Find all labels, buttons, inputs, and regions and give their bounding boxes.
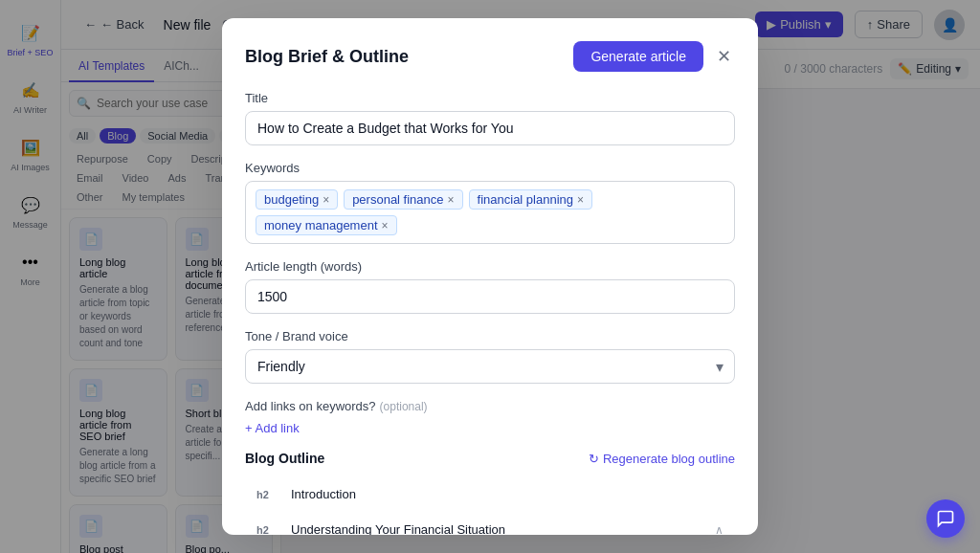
outline-item-text-understanding: Understanding Your Financial Situation [291,522,703,535]
keyword-tag-budgeting: budgeting × [256,189,338,210]
modal: Blog Brief & Outline Generate article ✕ … [222,18,758,535]
keywords-label: Keywords [245,161,735,175]
outline-item-introduction: h2 Introduction [245,477,735,511]
keywords-box[interactable]: budgeting × personal finance × financial… [245,181,735,244]
modal-header: Blog Brief & Outline Generate article ✕ [245,41,735,72]
regenerate-outline-button[interactable]: ↻ Regenerate blog outline [589,452,735,466]
generate-article-button[interactable]: Generate article [573,41,703,72]
title-input[interactable] [245,111,735,145]
keyword-tag-personal-finance: personal finance × [344,189,462,210]
outline-items: h2 Introduction h2 Understanding Your Fi… [245,477,735,535]
heading-badge-h2-2: h2 [256,524,279,536]
keyword-remove-financial-planning[interactable]: × [577,193,584,207]
collapse-icon-understanding: ∧ [715,523,724,536]
tone-select-wrap: Friendly Professional Casual Formal Humo… [245,349,735,384]
links-group: Add links on keywords? (optional) + Add … [245,399,735,435]
keyword-tag-money-management: money management × [256,215,397,235]
add-link-button[interactable]: + Add link [245,421,300,435]
length-input[interactable] [245,279,735,314]
links-optional: (optional) [380,400,428,413]
keyword-tag-financial-planning: financial planning × [469,189,592,210]
modal-overlay: Blog Brief & Outline Generate article ✕ … [0,0,980,553]
modal-close-button[interactable]: ✕ [713,42,735,71]
outline-title: Blog Outline [245,451,324,466]
outline-item-text-introduction: Introduction [291,487,724,501]
title-group: Title [245,91,735,145]
keywords-group: Keywords budgeting × personal finance × … [245,161,735,244]
title-label: Title [245,91,735,105]
tone-select[interactable]: Friendly Professional Casual Formal Humo… [245,349,735,384]
outline-section: Blog Outline ↻ Regenerate blog outline h… [245,451,735,535]
keyword-remove-budgeting[interactable]: × [323,193,329,207]
modal-title: Blog Brief & Outline [245,47,409,67]
tone-group: Tone / Brand voice Friendly Professional… [245,329,735,384]
keyword-remove-personal-finance[interactable]: × [448,193,455,207]
tone-label: Tone / Brand voice [245,329,735,343]
outline-header: Blog Outline ↻ Regenerate blog outline [245,451,735,466]
modal-header-right: Generate article ✕ [573,41,735,72]
chat-bubble-button[interactable] [926,499,965,538]
length-group: Article length (words) [245,259,735,314]
length-label: Article length (words) [245,259,735,274]
heading-badge-h2: h2 [256,489,279,500]
keyword-remove-money-management[interactable]: × [382,219,389,232]
outline-item-understanding[interactable]: h2 Understanding Your Financial Situatio… [245,513,735,535]
links-label: Add links on keywords? [245,399,376,413]
